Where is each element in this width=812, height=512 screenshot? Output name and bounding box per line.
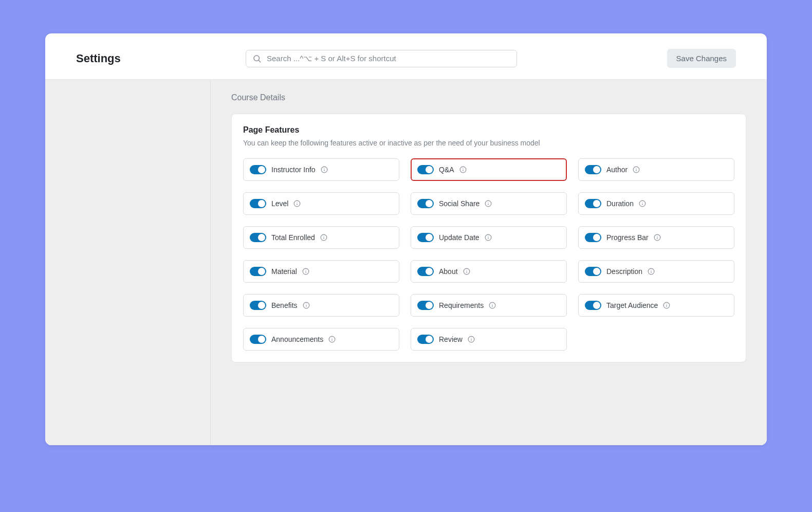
feature-label: Progress Bar bbox=[606, 233, 649, 242]
info-icon[interactable] bbox=[639, 200, 646, 207]
info-icon[interactable] bbox=[328, 336, 336, 343]
info-icon[interactable] bbox=[302, 268, 309, 275]
feature-label: Requirements bbox=[439, 301, 484, 309]
feature-toggle[interactable] bbox=[585, 199, 601, 208]
settings-window: Settings Save Changes Course Details Pag… bbox=[45, 33, 767, 445]
info-icon[interactable] bbox=[321, 166, 328, 173]
feature-card: Requirements bbox=[411, 294, 567, 317]
info-icon[interactable] bbox=[293, 200, 301, 207]
feature-card: About bbox=[411, 260, 567, 283]
feature-toggle[interactable] bbox=[417, 335, 434, 344]
breadcrumb: Course Details bbox=[231, 93, 746, 102]
feature-toggle[interactable] bbox=[585, 233, 601, 242]
feature-card: Instructor Info bbox=[243, 158, 399, 181]
feature-card: Update Date bbox=[411, 226, 567, 249]
feature-card: Description bbox=[578, 260, 734, 283]
body: Course Details Page Features You can kee… bbox=[45, 80, 767, 445]
feature-card: Material bbox=[243, 260, 399, 283]
search-input[interactable] bbox=[267, 54, 510, 63]
feature-toggle[interactable] bbox=[585, 301, 601, 310]
feature-card: Progress Bar bbox=[578, 226, 734, 249]
feature-label: Instructor Info bbox=[271, 166, 316, 174]
feature-card: Announcements bbox=[243, 328, 399, 351]
feature-card: Benefits bbox=[243, 294, 399, 317]
feature-label: Update Date bbox=[439, 233, 479, 242]
feature-card: Level bbox=[243, 192, 399, 215]
feature-toggle[interactable] bbox=[250, 301, 266, 310]
search-icon bbox=[252, 54, 262, 63]
save-changes-button[interactable]: Save Changes bbox=[667, 49, 736, 68]
feature-label: Level bbox=[271, 199, 288, 208]
feature-label: Total Enrolled bbox=[271, 233, 315, 242]
sidebar bbox=[68, 80, 211, 445]
feature-toggle[interactable] bbox=[250, 267, 266, 276]
feature-toggle[interactable] bbox=[417, 301, 434, 310]
feature-toggle[interactable] bbox=[250, 199, 266, 208]
info-icon[interactable] bbox=[303, 302, 310, 309]
info-icon[interactable] bbox=[648, 268, 655, 275]
feature-toggle[interactable] bbox=[250, 233, 266, 242]
feature-toggle[interactable] bbox=[250, 165, 266, 174]
feature-card: Author bbox=[578, 158, 734, 181]
info-icon[interactable] bbox=[459, 166, 467, 173]
info-icon[interactable] bbox=[633, 166, 640, 173]
feature-card: Duration bbox=[578, 192, 734, 215]
search-field-wrap[interactable] bbox=[246, 50, 517, 67]
feature-label: Q&A bbox=[439, 166, 454, 174]
feature-card: Target Audience bbox=[578, 294, 734, 317]
feature-card: Total Enrolled bbox=[243, 226, 399, 249]
feature-label: Target Audience bbox=[606, 301, 658, 309]
feature-toggle[interactable] bbox=[417, 267, 434, 276]
info-icon[interactable] bbox=[320, 234, 327, 241]
feature-toggle[interactable] bbox=[417, 165, 434, 174]
feature-label: Duration bbox=[606, 199, 634, 208]
feature-toggle[interactable] bbox=[585, 165, 601, 174]
svg-point-0 bbox=[254, 56, 260, 61]
info-icon[interactable] bbox=[663, 302, 670, 309]
panel-description: You can keep the following features acti… bbox=[243, 139, 734, 147]
feature-label: About bbox=[439, 267, 458, 276]
feature-label: Description bbox=[606, 267, 642, 276]
feature-card: Review bbox=[411, 328, 567, 351]
feature-toggle[interactable] bbox=[585, 267, 601, 276]
info-icon[interactable] bbox=[489, 302, 496, 309]
info-icon[interactable] bbox=[463, 268, 470, 275]
page-title: Settings bbox=[76, 52, 235, 65]
page-features-panel: Page Features You can keep the following… bbox=[231, 114, 746, 362]
content: Course Details Page Features You can kee… bbox=[211, 80, 767, 445]
feature-toggle[interactable] bbox=[417, 199, 434, 208]
feature-label: Announcements bbox=[271, 335, 323, 343]
feature-toggle[interactable] bbox=[250, 335, 266, 344]
feature-label: Benefits bbox=[271, 301, 298, 309]
panel-title: Page Features bbox=[243, 125, 734, 135]
feature-card: Q&A bbox=[411, 158, 567, 181]
features-grid: Instructor InfoQ&AAuthorLevelSocial Shar… bbox=[243, 158, 734, 351]
svg-line-1 bbox=[259, 60, 260, 62]
info-icon[interactable] bbox=[654, 234, 661, 241]
feature-label: Author bbox=[606, 166, 628, 174]
feature-toggle[interactable] bbox=[417, 233, 434, 242]
feature-card: Social Share bbox=[411, 192, 567, 215]
info-icon[interactable] bbox=[485, 200, 492, 207]
feature-label: Review bbox=[439, 335, 463, 343]
feature-label: Material bbox=[271, 267, 297, 276]
info-icon[interactable] bbox=[485, 234, 492, 241]
feature-label: Social Share bbox=[439, 199, 479, 208]
topbar: Settings Save Changes bbox=[45, 33, 767, 80]
info-icon[interactable] bbox=[468, 336, 475, 343]
